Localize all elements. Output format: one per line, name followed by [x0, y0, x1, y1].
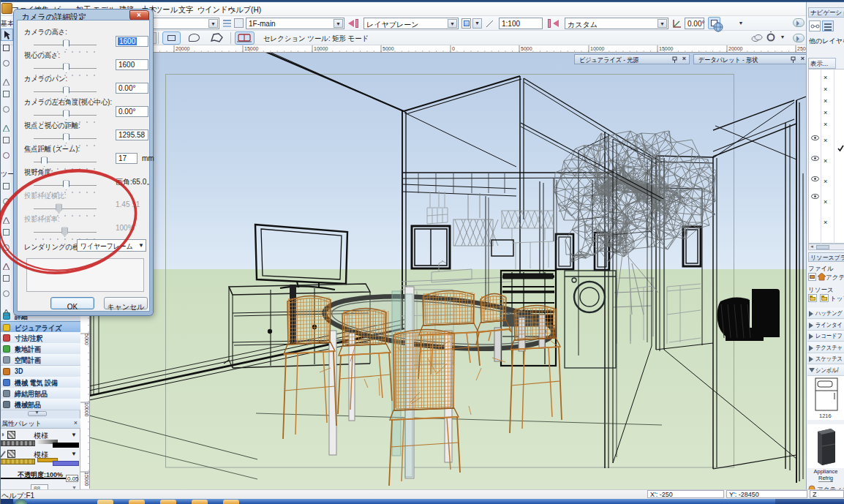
svg-text:10000: 10000 [590, 46, 605, 51]
svg-text:15000: 15000 [84, 472, 89, 486]
svg-text:20000: 20000 [176, 46, 190, 51]
svg-text:0: 0 [452, 46, 455, 51]
svg-text:20000: 20000 [728, 46, 743, 51]
svg-text:25000: 25000 [797, 46, 806, 51]
svg-text:15000: 15000 [659, 46, 674, 51]
svg-text:15000: 15000 [244, 46, 259, 51]
svg-text:5000: 5000 [521, 46, 532, 51]
svg-text:1216: 1216 [819, 413, 832, 419]
svg-text:5000: 5000 [84, 334, 89, 345]
svg-text:5000: 5000 [383, 46, 394, 51]
svg-text:10000: 10000 [314, 46, 328, 51]
svg-text:10000: 10000 [84, 402, 89, 417]
